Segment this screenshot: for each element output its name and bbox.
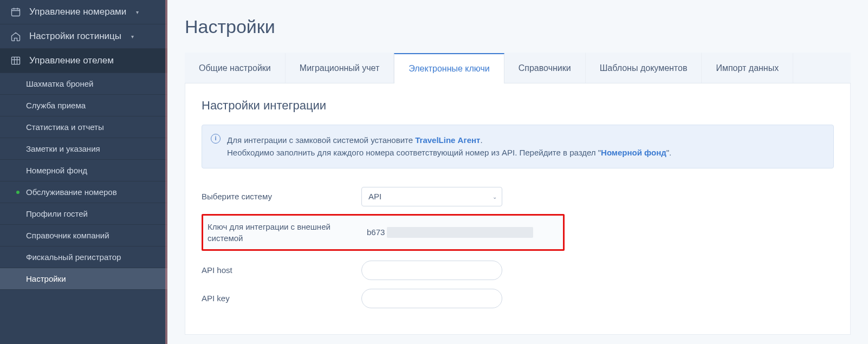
- sidebar-group-label: Настройки гостиницы: [29, 31, 121, 42]
- tabs: Общие настройки Миграционный учет Электр…: [185, 53, 851, 83]
- input-api-key[interactable]: [361, 289, 502, 308]
- main-content: Настройки Общие настройки Миграционный у…: [167, 0, 868, 344]
- select-system[interactable]: API ⌄: [361, 187, 502, 206]
- row-integration-key: Ключ для интеграции с внешней системой b…: [208, 221, 559, 244]
- info-box: i Для интеграции с замковой системой уст…: [202, 125, 834, 168]
- svg-rect-0: [12, 9, 20, 16]
- sidebar-item-settings[interactable]: Настройки: [0, 268, 167, 290]
- sidebar-item-chessboard[interactable]: Шахматка броней: [0, 73, 167, 95]
- link-room-fund[interactable]: Номерной фонд: [601, 148, 666, 157]
- tab-electronic-keys[interactable]: Электронные ключи: [394, 53, 504, 83]
- row-system: Выберите систему API ⌄: [202, 183, 834, 211]
- input-api-host[interactable]: [361, 261, 502, 280]
- sidebar-group-label: Управление отелем: [29, 55, 114, 66]
- integration-panel: Настройки интеграции i Для интеграции с …: [185, 83, 851, 335]
- panel-heading: Настройки интеграции: [202, 99, 834, 113]
- sidebar-item-fiscal[interactable]: Фискальный регистратор: [0, 246, 167, 268]
- home-icon: [10, 31, 22, 42]
- masked-key: [387, 227, 533, 238]
- sidebar-group-hotel-management[interactable]: Управление отелем: [0, 49, 167, 73]
- label-integration-key: Ключ для интеграции с внешней системой: [208, 221, 349, 244]
- sidebar-item-reception[interactable]: Служба приема: [0, 95, 167, 116]
- row-api-key: API key: [202, 284, 834, 313]
- calendar-icon: [10, 7, 22, 17]
- sidebar-item-notes[interactable]: Заметки и указания: [0, 138, 167, 160]
- tab-migration[interactable]: Миграционный учет: [286, 53, 394, 83]
- sidebar-item-housekeeping[interactable]: Обслуживание номеров: [0, 181, 167, 203]
- tab-import[interactable]: Импорт данных: [702, 53, 793, 83]
- sidebar-subitems: Шахматка броней Служба приема Статистика…: [0, 73, 167, 290]
- page-title: Настройки: [185, 16, 851, 37]
- sidebar-item-guest-profiles[interactable]: Профили гостей: [0, 203, 167, 225]
- chevron-down-icon: ▾: [136, 9, 139, 15]
- info-text: Для интеграции с замковой системой устан…: [227, 134, 822, 159]
- sidebar-item-stats[interactable]: Статистика и отчеты: [0, 116, 167, 138]
- info-icon: i: [211, 134, 221, 144]
- chevron-down-icon: ▾: [131, 34, 134, 40]
- tab-directories[interactable]: Справочники: [504, 53, 586, 83]
- tab-templates[interactable]: Шаблоны документов: [586, 53, 702, 83]
- label-api-key: API key: [202, 293, 345, 304]
- integration-key-highlight: Ключ для интеграции с внешней системой b…: [202, 214, 565, 251]
- label-system: Выберите систему: [202, 191, 345, 202]
- sidebar-group-hotel-settings[interactable]: Настройки гостиницы ▾: [0, 24, 167, 49]
- svg-rect-1: [12, 57, 20, 64]
- sidebar-item-companies[interactable]: Справочник компаний: [0, 225, 167, 246]
- label-api-host: API host: [202, 264, 345, 276]
- sidebar-item-room-fund[interactable]: Номерной фонд: [0, 160, 167, 181]
- row-api-host: API host: [202, 256, 834, 284]
- sidebar: Управление номерами ▾ Настройки гостиниц…: [0, 0, 167, 344]
- link-travelline-agent[interactable]: TravelLine Агент: [415, 135, 480, 145]
- sidebar-group-rooms[interactable]: Управление номерами ▾: [0, 0, 167, 24]
- integration-key-value: b673: [366, 223, 559, 242]
- grid-icon: [10, 55, 22, 66]
- sidebar-group-label: Управление номерами: [29, 7, 126, 17]
- tab-general[interactable]: Общие настройки: [185, 53, 286, 83]
